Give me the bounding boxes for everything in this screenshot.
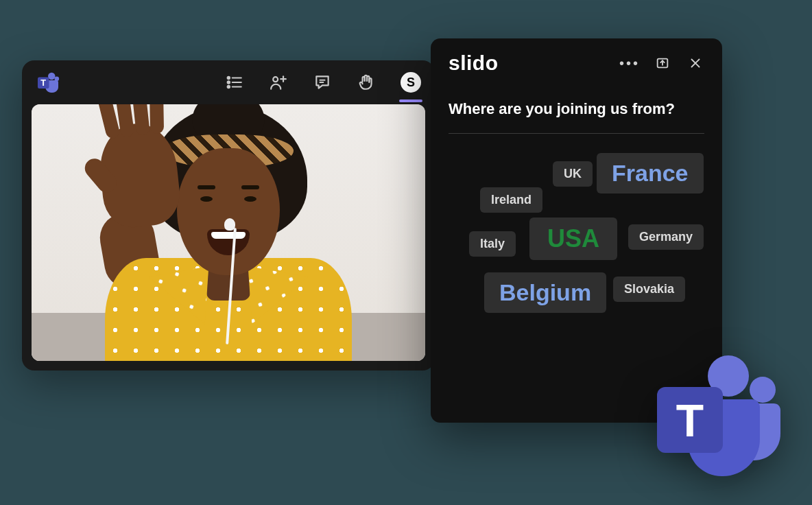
slido-panel-header: slido ••• xyxy=(449,38,704,88)
wordcloud-chip-ireland[interactable]: Ireland xyxy=(480,187,542,213)
slido-tab-icon[interactable]: S xyxy=(401,72,421,93)
wordcloud-chip-france[interactable]: France xyxy=(597,153,704,193)
wordcloud-chip-belgium[interactable]: Belgium xyxy=(484,272,606,313)
teams-logo-icon: T xyxy=(34,69,62,96)
teams-meeting-window: T xyxy=(22,60,435,371)
svg-point-19 xyxy=(750,377,776,403)
teams-logo-large-icon: T xyxy=(647,350,785,487)
list-icon[interactable] xyxy=(225,73,244,92)
close-icon[interactable] xyxy=(686,54,704,72)
slido-brand: slido xyxy=(449,51,499,75)
wordcloud-chip-germany[interactable]: Germany xyxy=(628,224,704,250)
wordcloud: UK France Ireland Italy USA Germany Belg… xyxy=(449,157,704,363)
svg-text:T: T xyxy=(676,395,704,446)
svg-point-0 xyxy=(48,73,56,80)
svg-point-4 xyxy=(228,77,230,79)
slido-badge-letter: S xyxy=(407,75,415,90)
svg-point-6 xyxy=(228,81,230,83)
wordcloud-chip-slovakia[interactable]: Slovakia xyxy=(613,277,685,302)
wordcloud-chip-usa[interactable]: USA xyxy=(529,218,617,260)
raise-hand-icon[interactable] xyxy=(357,73,376,92)
meeting-video xyxy=(32,104,425,361)
poll-question: Where are you joining us from? xyxy=(449,100,704,118)
people-icon[interactable] xyxy=(269,73,288,92)
divider xyxy=(449,133,704,134)
wordcloud-chip-uk[interactable]: UK xyxy=(553,161,593,187)
wordcloud-chip-italy[interactable]: Italy xyxy=(469,231,516,257)
svg-text:T: T xyxy=(40,78,46,88)
more-options-icon[interactable]: ••• xyxy=(621,54,638,72)
toolbar-icon-group: S xyxy=(225,72,421,93)
teams-toolbar: T xyxy=(22,60,435,104)
popout-icon[interactable] xyxy=(654,54,671,72)
svg-point-10 xyxy=(273,77,278,82)
chat-icon[interactable] xyxy=(313,73,332,92)
svg-point-8 xyxy=(228,86,230,88)
active-tab-indicator xyxy=(399,99,422,102)
